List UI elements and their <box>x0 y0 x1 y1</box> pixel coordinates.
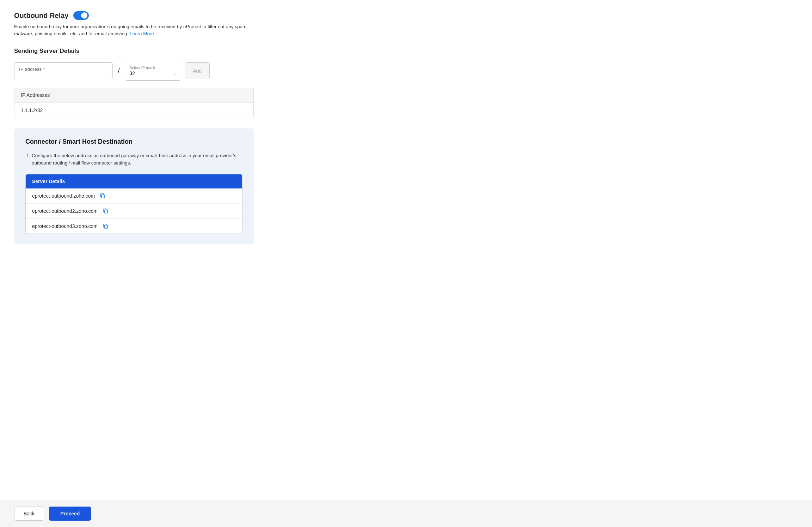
server-details-header: Server Details <box>26 174 242 188</box>
outbound-relay-toggle[interactable] <box>73 11 89 20</box>
svg-rect-2 <box>104 225 107 228</box>
back-button[interactable]: Back <box>14 507 44 521</box>
ip-addresses-table: IP Addresses 1.1.1.2/32 <box>14 88 254 118</box>
connector-instruction-item: Configure the below address as outbound … <box>32 152 242 167</box>
server-row-3: eprotect-outbound3.zoho.com <box>26 219 242 234</box>
proceed-button[interactable]: Proceed <box>49 507 91 521</box>
slash-divider: / <box>116 66 121 75</box>
page-title: Outbound Relay <box>14 12 68 20</box>
server-row-2: eprotect-outbound2.zoho.com <box>26 204 242 219</box>
outbound-relay-header: Outbound Relay <box>14 11 261 20</box>
ip-mask-select-wrapper[interactable]: Select IP mask 32 ⌄ 32 31 30 29 28 24 16… <box>125 61 181 81</box>
ip-address-input[interactable] <box>14 62 113 79</box>
connector-instruction: Configure the below address as outbound … <box>25 152 242 167</box>
server-address-3: eprotect-outbound3.zoho.com <box>32 223 98 229</box>
ip-table-header: IP Addresses <box>14 88 253 103</box>
copy-icon-3[interactable] <box>103 223 108 229</box>
svg-rect-0 <box>102 195 105 198</box>
add-button[interactable]: Add <box>185 62 210 79</box>
copy-icon-2[interactable] <box>103 208 108 214</box>
server-address-2: eprotect-outbound2.zoho.com <box>32 208 98 214</box>
server-row-1: eprotect-outbound.zoho.com <box>26 188 242 204</box>
ip-address-wrapper: IP address * <box>14 62 113 79</box>
description-text: Enable outbound relay for your organizat… <box>14 23 261 38</box>
ip-input-row: IP address * / Select IP mask 32 ⌄ 32 31… <box>14 61 261 81</box>
connector-box: Connector / Smart Host Destination Confi… <box>14 128 254 244</box>
svg-rect-1 <box>104 210 107 213</box>
copy-icon-1[interactable] <box>100 193 105 199</box>
footer-bar: Back Proceed <box>0 500 812 527</box>
server-address-1: eprotect-outbound.zoho.com <box>32 193 95 199</box>
server-details-table: Server Details eprotect-outbound.zoho.co… <box>25 174 242 234</box>
table-row: 1.1.1.2/32 <box>14 103 253 118</box>
section-title: Sending Server Details <box>14 48 261 55</box>
connector-title: Connector / Smart Host Destination <box>25 138 242 145</box>
learn-more-link[interactable]: Learn More <box>130 31 154 36</box>
toggle-slider <box>73 11 89 20</box>
